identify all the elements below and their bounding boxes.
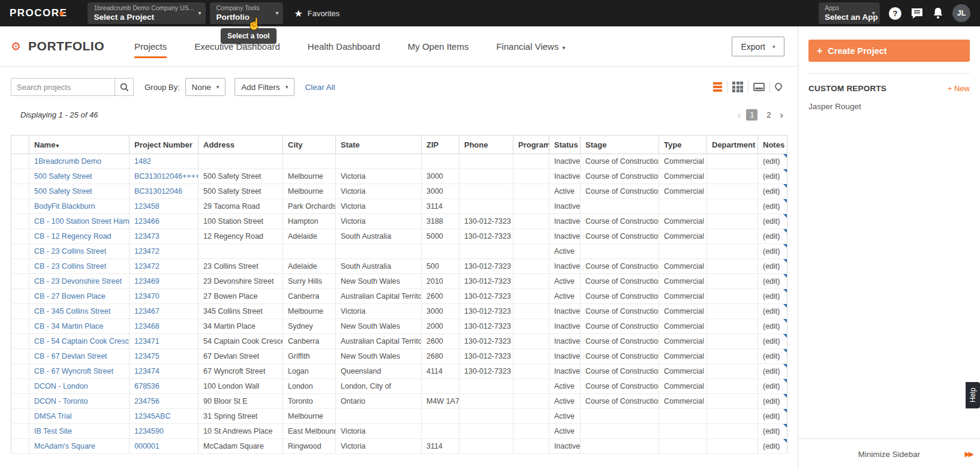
project-number-link[interactable]: 123466 (134, 217, 160, 226)
project-number-link[interactable]: 12345ABC (134, 412, 170, 420)
group-by-select[interactable]: None ▾ (185, 78, 226, 96)
project-number-link[interactable]: BC313012046++++ (134, 172, 199, 181)
project-name-link[interactable]: IB Test Site (34, 427, 72, 435)
project-number-link[interactable]: 123468 (134, 322, 160, 330)
help-icon[interactable]: ? (889, 7, 901, 20)
create-project-button[interactable]: + Create Project (808, 40, 970, 62)
project-number-link[interactable]: 234756 (134, 397, 160, 405)
column-header-state[interactable]: State (336, 136, 422, 154)
help-tab[interactable]: Help (966, 382, 980, 408)
tab-health-dashboard[interactable]: Health Dashboard (308, 41, 380, 52)
edit-note-link[interactable]: (edit) (763, 352, 780, 360)
project-name-link[interactable]: DMSA Trial (34, 412, 72, 420)
apps-selector-dropdown[interactable]: Apps Select an App ▾ (819, 2, 880, 24)
list-view-icon[interactable] (708, 81, 727, 93)
export-button[interactable]: Export ▾ (732, 37, 784, 56)
project-number-link[interactable]: 123471 (134, 337, 160, 345)
edit-note-link[interactable]: (edit) (763, 217, 780, 226)
user-avatar[interactable]: JL (952, 4, 970, 22)
project-number-link[interactable]: 123475 (134, 352, 160, 360)
project-number-link[interactable]: 000001 (134, 442, 160, 450)
project-name-link[interactable]: CB - 23 Collins Street (34, 247, 106, 255)
project-name-link[interactable]: BodyFit Blackburn (34, 202, 95, 211)
next-page-icon[interactable]: › (780, 110, 783, 120)
column-header-zip[interactable]: ZIP (422, 136, 459, 154)
tab-projects[interactable]: Projects (134, 41, 167, 52)
edit-note-link[interactable]: (edit) (763, 322, 780, 330)
project-name-link[interactable]: DCON - London (34, 382, 88, 390)
project-name-link[interactable]: 500 Safety Street (34, 172, 92, 181)
chat-icon[interactable] (910, 8, 924, 19)
edit-note-link[interactable]: (edit) (763, 292, 780, 300)
project-number-link[interactable]: BC313012046 (134, 187, 182, 196)
project-name-link[interactable]: CB - 100 Station Street Hampton (34, 217, 130, 226)
edit-note-link[interactable]: (edit) (763, 442, 780, 450)
project-name-link[interactable]: CB - 67 Devlan Street (34, 352, 107, 360)
tab-my-open-items[interactable]: My Open Items (408, 41, 469, 52)
map-view-icon[interactable] (769, 81, 787, 93)
column-header-type[interactable]: Type (659, 136, 707, 154)
new-report-link[interactable]: + New (948, 84, 970, 93)
edit-note-link[interactable]: (edit) (763, 397, 780, 405)
page-1-button[interactable]: 1 (746, 109, 757, 121)
project-number-link[interactable]: 123469 (134, 277, 160, 285)
project-number-link[interactable]: 123473 (134, 232, 160, 240)
edit-note-link[interactable]: (edit) (763, 262, 780, 270)
project-number-link[interactable]: 123472 (134, 262, 160, 270)
favorites-button[interactable]: ★ Favorites (294, 8, 339, 19)
column-header-notes[interactable]: Notes (758, 136, 787, 154)
edit-note-link[interactable]: (edit) (763, 337, 780, 345)
tab-financial-views[interactable]: Financial Views▾ (496, 41, 565, 52)
report-item-jasper-rouget[interactable]: Jasper Rouget (808, 102, 970, 111)
edit-note-link[interactable]: (edit) (763, 427, 780, 435)
project-number-link[interactable]: 123458 (134, 202, 160, 211)
clear-all-link[interactable]: Clear All (305, 83, 335, 92)
edit-note-link[interactable]: (edit) (763, 172, 780, 181)
edit-note-link[interactable]: (edit) (763, 247, 780, 255)
add-filters-button[interactable]: Add Filters ▾ (235, 78, 294, 96)
page-2-button[interactable]: 2 (763, 110, 774, 119)
project-number-link[interactable]: 678536 (134, 382, 160, 390)
column-header-city[interactable]: City (283, 136, 336, 154)
gear-icon[interactable]: ⚙ (11, 40, 21, 53)
project-name-link[interactable]: 1Breadcrumb Demo (34, 157, 101, 166)
column-header-status[interactable]: Status (549, 136, 581, 154)
project-name-link[interactable]: CB - 27 Bowen Place (34, 292, 106, 300)
project-number-link[interactable]: 123472 (134, 247, 160, 255)
edit-note-link[interactable]: (edit) (763, 232, 780, 240)
column-header-department[interactable]: Department (707, 136, 758, 154)
edit-note-link[interactable]: (edit) (763, 412, 780, 420)
project-name-link[interactable]: CB - 54 Captain Cook Crescent (34, 337, 130, 345)
grid-view-icon[interactable] (727, 81, 748, 93)
edit-note-link[interactable]: (edit) (763, 382, 780, 390)
project-number-link[interactable]: 123470 (134, 292, 160, 300)
column-header-program[interactable]: Program (513, 136, 549, 154)
column-header-project-number[interactable]: Project Number (130, 136, 199, 154)
edit-note-link[interactable]: (edit) (763, 187, 780, 196)
project-name-link[interactable]: CB - 12 Regency Road (34, 232, 112, 240)
bell-icon[interactable] (933, 7, 943, 19)
column-header-name[interactable]: Name▾ (29, 136, 130, 154)
column-header-phone[interactable]: Phone (459, 136, 513, 154)
project-name-link[interactable]: 500 Safety Street (34, 187, 92, 196)
project-name-link[interactable]: DCON - Toronto (34, 397, 88, 405)
edit-note-link[interactable]: (edit) (763, 367, 780, 375)
project-name-link[interactable]: CB - 23 Devonshire Street (34, 277, 122, 285)
card-view-icon[interactable] (748, 81, 769, 93)
edit-note-link[interactable]: (edit) (763, 307, 780, 315)
project-name-link[interactable]: CB - 23 Collins Street (34, 262, 106, 270)
project-name-link[interactable]: McAdam's Square (34, 442, 95, 450)
edit-note-link[interactable]: (edit) (763, 202, 780, 211)
search-button[interactable] (115, 78, 134, 96)
project-number-link[interactable]: 123474 (134, 367, 160, 375)
prev-page-icon[interactable]: ‹ (738, 110, 741, 120)
edit-note-link[interactable]: (edit) (763, 277, 780, 285)
project-selector-dropdown[interactable]: 1breadcrumb Demo Company US... Select a … (88, 2, 206, 24)
column-header-stage[interactable]: Stage (581, 136, 659, 154)
project-name-link[interactable]: CB - 67 Wyncroft Street (34, 367, 113, 375)
project-name-link[interactable]: CB - 34 Martin Place (34, 322, 103, 330)
project-number-link[interactable]: 1234590 (134, 427, 164, 435)
minimize-sidebar-button[interactable]: Minimize Sidebar ▶▶ (798, 438, 980, 469)
column-header-address[interactable]: Address (199, 136, 283, 154)
search-input[interactable] (11, 78, 115, 96)
